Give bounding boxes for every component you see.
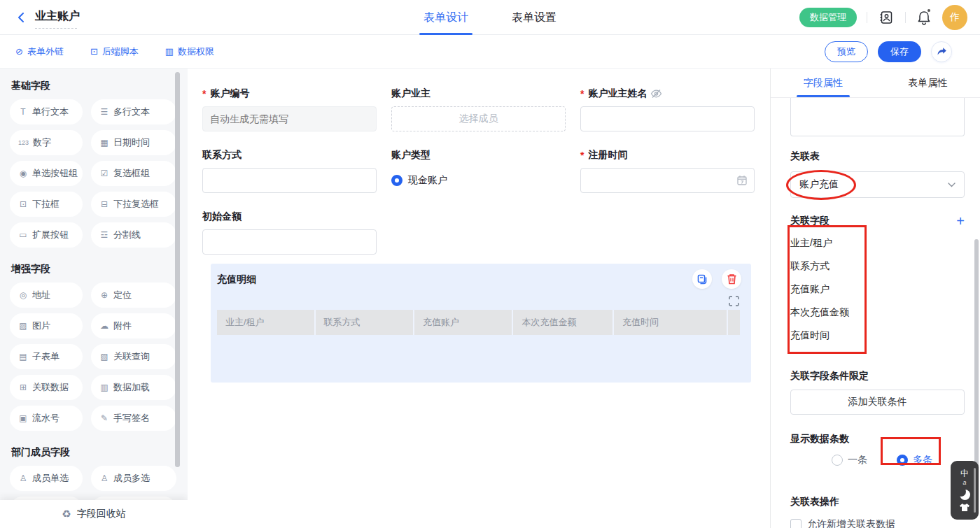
pill-label: 成员单选 [32, 472, 69, 485]
checkbox-group-icon: ☑ [99, 169, 109, 178]
sidebar-scrollbar[interactable] [175, 72, 180, 467]
field-account-type[interactable]: 账户类型 现金账户 [391, 149, 566, 193]
location-icon: ⊕ [99, 290, 109, 300]
tab-field-properties[interactable]: 字段属性 [771, 69, 876, 97]
initial-amount-input[interactable] [202, 229, 377, 255]
field-image[interactable]: ▨图片 [10, 313, 83, 338]
column-header: 充值账户 [414, 310, 513, 335]
register-time-input[interactable] [580, 168, 755, 193]
owner-name-input[interactable] [580, 106, 755, 131]
subform-recharge-detail[interactable]: 充值明细 业主/租户 联系方式 充值账户 本次充值金额 充值时间 [211, 264, 751, 383]
browser-extension-widget[interactable]: 中 a [951, 461, 979, 520]
field-extend-button[interactable]: ▭扩展按钮 [10, 222, 83, 248]
form-external-link[interactable]: ⊘ 表单外链 [15, 45, 64, 58]
field-serial-number[interactable]: ▣流水号 [10, 406, 83, 431]
data-manage-button[interactable]: 数据管理 [799, 8, 857, 27]
relation-table-select[interactable]: 账户充值 [790, 171, 965, 198]
pill-label: 数据加载 [113, 381, 150, 394]
panel-scrollbar[interactable] [974, 239, 979, 467]
data-permission-link[interactable]: ▥ 数据权限 [165, 45, 214, 58]
field-relation-query[interactable]: ▧关联查询 [91, 344, 176, 369]
condition-limit-label: 关联字段条件限定 [790, 370, 965, 383]
field-divider-line[interactable]: ☲分割线 [91, 222, 176, 248]
field-initial-amount[interactable]: 初始金额 [202, 211, 377, 255]
scrolled-partial-input[interactable] [790, 98, 965, 136]
copy-icon [697, 274, 708, 285]
relation-field-item[interactable]: 充值账户 [790, 282, 965, 296]
divider [867, 12, 867, 23]
pronounce-icon: a [962, 480, 966, 486]
theme-shirt-icon[interactable] [959, 503, 970, 512]
relation-field-item[interactable]: 联系方式 [790, 259, 965, 273]
section-title-basic: 基础字段 [11, 80, 178, 92]
form-designer-app: 业主账户 表单设计 表单设置 数据管理 作 ⊘ 表单外链 [0, 0, 980, 528]
field-recycle-bin[interactable]: ♻ 字段回收站 [0, 500, 188, 528]
add-relation-field-icon[interactable]: + [956, 215, 965, 227]
copy-field-button[interactable] [692, 269, 712, 289]
field-number[interactable]: 123数字 [10, 130, 83, 155]
allow-add-relation-row[interactable]: 允许新增关联表数据 [790, 518, 965, 528]
page-title[interactable]: 业主账户 [35, 9, 80, 26]
field-single-line-text[interactable]: T单行文本 [10, 99, 83, 124]
calendar-picker-icon[interactable] [736, 175, 748, 186]
field-data-load[interactable]: ▥数据加载 [91, 375, 176, 400]
back-icon[interactable] [14, 10, 28, 24]
tab-form-properties[interactable]: 表单属性 [876, 69, 980, 97]
contact-input[interactable] [202, 168, 377, 193]
preview-button[interactable]: 预览 [825, 41, 868, 62]
single-record-radio[interactable] [832, 455, 843, 466]
column-header-stub [728, 310, 740, 335]
field-radio-group[interactable]: ◉单选按钮组 [10, 161, 83, 186]
option-multi-record[interactable]: 多条 [897, 454, 932, 466]
field-address[interactable]: ◎地址 [10, 283, 83, 308]
required-asterisk: * [202, 88, 206, 99]
field-register-time[interactable]: *注册时间 [580, 149, 755, 193]
field-datetime[interactable]: ▦日期时间 [91, 130, 176, 155]
account-number-input[interactable] [202, 106, 377, 131]
field-multi-dropdown[interactable]: ⊟下拉复选框 [91, 192, 176, 217]
field-relation-data[interactable]: ⊞关联数据 [10, 375, 83, 400]
field-location[interactable]: ⊕定位 [91, 283, 176, 308]
field-member-single[interactable]: ♙成员单选 [10, 466, 83, 491]
relation-field-item[interactable]: 本次充值金额 [790, 305, 965, 319]
field-member-multi[interactable]: ♙成员多选 [91, 466, 176, 491]
tab-form-settings[interactable]: 表单设置 [512, 0, 556, 35]
field-attachment[interactable]: ☁附件 [91, 313, 176, 338]
field-multi-line-text[interactable]: ☰多行文本 [91, 99, 176, 124]
field-owner-name[interactable]: *账户业主姓名 [580, 87, 755, 131]
relation-query-icon: ▧ [99, 352, 109, 362]
relation-field-item[interactable]: 充值时间 [790, 328, 965, 342]
field-checkbox-group[interactable]: ☑复选框组 [91, 161, 176, 186]
save-button[interactable]: 保存 [878, 41, 921, 62]
relation-field-item[interactable]: 业主/租户 [790, 236, 965, 250]
dark-mode-moon-icon[interactable] [960, 490, 970, 500]
tab-form-design[interactable]: 表单设计 [424, 0, 468, 35]
pill-label: 地址 [32, 289, 50, 301]
contact-book-icon[interactable] [877, 8, 895, 27]
notification-bell-icon[interactable] [916, 8, 932, 27]
field-subform[interactable]: ▤子表单 [10, 344, 83, 369]
top-header: 业主账户 表单设计 表单设置 数据管理 作 [0, 0, 980, 35]
field-account-owner[interactable]: 账户业主 选择成员 [391, 87, 566, 131]
delete-field-button[interactable] [722, 269, 741, 289]
select-member-picker[interactable]: 选择成员 [391, 106, 566, 131]
multi-record-radio[interactable] [897, 455, 908, 466]
expand-selection-icon[interactable] [729, 296, 739, 306]
add-condition-button[interactable]: 添加关联条件 [790, 390, 965, 415]
avatar[interactable]: 作 [942, 5, 967, 30]
serial-number-icon: ▣ [18, 413, 28, 423]
cash-account-radio[interactable] [391, 175, 402, 186]
properties-panel: 字段属性 表单属性 关联表 账户充值 关联字段 + 业主/租户 联系方式 充值账… [770, 69, 980, 528]
field-account-number[interactable]: *账户编号 [202, 87, 377, 131]
display-count-options: 一条 多条 [790, 454, 965, 466]
field-signature[interactable]: ✎手写签名 [91, 406, 176, 431]
allow-add-relation-checkbox[interactable] [790, 519, 802, 528]
widget-scroll-indicator [974, 468, 976, 513]
option-single-record[interactable]: 一条 [832, 454, 867, 466]
share-button[interactable] [931, 41, 952, 62]
backend-script-link-label: 后端脚本 [102, 45, 139, 58]
field-contact[interactable]: 联系方式 [202, 149, 377, 193]
translate-icon[interactable]: 中 [960, 469, 969, 478]
backend-script-link[interactable]: ⊡ 后端脚本 [90, 45, 139, 58]
field-dropdown[interactable]: ⊡下拉框 [10, 192, 83, 217]
